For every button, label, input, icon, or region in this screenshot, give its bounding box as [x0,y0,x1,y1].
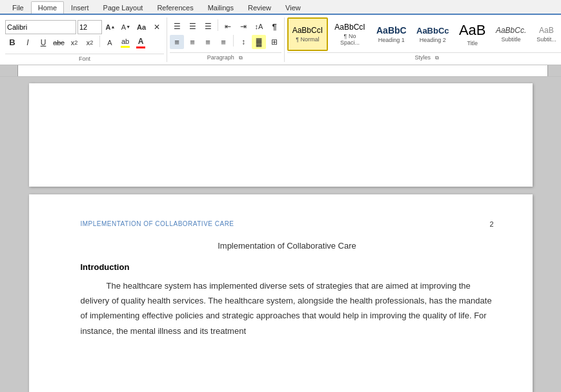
clear-format-btn[interactable]: ✕ [150,20,164,34]
highlight-btn[interactable]: ab [118,36,132,50]
tab-review[interactable]: Review [241,1,278,14]
borders-btn[interactable]: ⊞ [267,35,281,49]
style-subtit2-btn[interactable]: AaB Subtit... [532,17,561,51]
style-subtit2-label: Subtit... [536,36,556,43]
page-header-title: IMPLEMENTATION OF COLLABORATIVE CARE [81,220,234,227]
style-normal-preview: AaBbCcI [292,26,323,35]
style-heading2-btn[interactable]: AaBbCc Heading 2 [412,17,453,51]
align-right-btn[interactable]: ≡ [201,35,215,49]
ruler-content[interactable]: 1 2 3 4 5 6 7 8 [18,65,548,77]
tab-home[interactable]: Home [31,1,64,14]
change-case-btn[interactable]: Aa [134,20,148,34]
bold-btn[interactable]: B [5,36,19,50]
tab-insert[interactable]: Insert [64,1,96,14]
justify-btn[interactable]: ≡ [216,35,230,49]
para-row1: ☰ ☰ ☰ ⇤ ⇥ ↕A ¶ [170,19,281,34]
multilevel-btn[interactable]: ☰ [201,19,215,34]
paragraph-controls: ☰ ☰ ☰ ⇤ ⇥ ↕A ¶ ≡ ≡ ≡ ≡ ↕ ▓ ⊞ [170,17,281,51]
line-spacing-btn[interactable]: ↕ [236,35,250,49]
page-2-content: IMPLEMENTATION OF COLLABORATIVE CARE 2 I… [29,194,533,393]
style-normal-label: ¶ Normal [296,36,319,43]
align-center-btn[interactable]: ≡ [185,35,199,49]
tab-mailings[interactable]: Mailings [201,1,241,14]
font-format-row: B I U abc x2 x2 A ab [5,36,164,50]
font-name-input[interactable]: Calibri [5,20,76,34]
style-no-spacing-btn[interactable]: AaBbCcI ¶ No Spaci... [329,17,371,51]
font-section: Calibri 12 A▲ A▼ Aa ✕ B I U abc x2 x2 A [3,17,167,62]
increase-indent-btn[interactable]: ⇥ [236,19,250,34]
style-no-spacing-label: ¶ No Spaci... [334,33,367,46]
tab-references[interactable]: References [150,1,200,14]
tab-page-layout[interactable]: Page Layout [96,1,150,14]
tab-view[interactable]: View [278,1,308,14]
decrease-font-btn[interactable]: A▼ [119,20,133,34]
document-center-title: Implementation of Collaborative Care [81,241,494,251]
style-subtit2-preview: AaB [539,26,554,35]
italic-btn[interactable]: I [21,36,35,50]
ruler-left-margin [0,65,18,76]
sort-btn[interactable]: ↕A [252,19,266,34]
show-para-btn[interactable]: ¶ [267,19,281,34]
ruler: 1 2 3 4 5 6 7 8 [0,65,561,77]
style-subtitle-btn[interactable]: AaBbCc. Subtitle [491,17,531,51]
superscript-btn[interactable]: x2 [83,36,97,50]
styles-section: AaBbCcI ¶ Normal AaBbCcI ¶ No Spaci... A… [285,17,561,62]
tab-file[interactable]: File [5,1,31,14]
style-title-label: Title [467,40,478,46]
style-heading2-preview: AaBbCc [416,26,449,36]
ribbon-tabs: File Home Insert Page Layout References … [0,0,561,14]
underline-btn[interactable]: U [36,36,50,50]
style-no-spacing-preview: AaBbCcI [334,23,365,32]
font-combo-group: Calibri 12 A▲ A▼ Aa ✕ [5,20,164,34]
styles-section-label: Styles ⧉ [287,52,561,62]
font-controls: Calibri 12 A▲ A▼ Aa ✕ B I U abc x2 x2 A [5,17,164,52]
style-normal-btn[interactable]: AaBbCcI ¶ Normal [287,17,328,51]
page-header: IMPLEMENTATION OF COLLABORATIVE CARE 2 [81,220,494,228]
decrease-indent-btn[interactable]: ⇤ [221,19,235,34]
shading-btn[interactable]: ▓ [252,35,266,49]
highlight-btn-group[interactable]: ab [118,36,132,50]
style-title-btn[interactable]: AaB Title [454,17,490,51]
style-heading1-label: Heading 1 [378,37,405,43]
style-heading2-label: Heading 2 [420,37,446,43]
style-subtitle-preview: AaBbCc. [496,26,526,35]
increase-font-btn[interactable]: A▲ [103,20,117,34]
style-heading1-btn[interactable]: AaBbC Heading 1 [372,17,411,51]
page-number: 2 [489,220,493,228]
font-color-btn[interactable]: A [134,36,148,50]
style-subtitle-label: Subtitle [502,36,521,43]
style-heading1-preview: AaBbC [376,25,407,36]
ribbon-body: Calibri 12 A▲ A▼ Aa ✕ B I U abc x2 x2 A [0,14,561,65]
strikethrough-btn[interactable]: abc [52,36,66,50]
para-row2: ≡ ≡ ≡ ≡ ↕ ▓ ⊞ [170,35,281,49]
document-intro-heading: Introduction [81,262,494,272]
ruler-right-margin [548,65,561,76]
page-2: IMPLEMENTATION OF COLLABORATIVE CARE 2 I… [29,194,533,393]
style-title-preview: AaB [459,22,486,39]
font-section-label: Font [5,54,164,62]
paragraph-expand-btn[interactable]: ⧉ [237,55,244,62]
paragraph-section: ☰ ☰ ☰ ⇤ ⇥ ↕A ¶ ≡ ≡ ≡ ≡ ↕ ▓ ⊞ [167,17,285,62]
paragraph-section-label: Paragraph ⧉ [170,52,281,62]
bullets-btn[interactable]: ☰ [170,19,184,34]
styles-expand-btn[interactable]: ⧉ [433,55,440,62]
document-area: IMPLEMENTATION OF COLLABORATIVE CARE 2 I… [0,77,561,393]
styles-controls: AaBbCcI ¶ Normal AaBbCcI ¶ No Spaci... A… [287,17,561,51]
document-intro-paragraph: The healthcare system has implemented di… [81,278,494,339]
page-1 [29,83,533,187]
numbering-btn[interactable]: ☰ [185,19,199,34]
subscript-btn[interactable]: x2 [67,36,81,50]
align-left-btn[interactable]: ≡ [170,35,184,49]
text-effects-btn[interactable]: A [103,36,117,50]
font-color-btn-group[interactable]: A [134,36,148,50]
font-size-input[interactable]: 12 [77,20,102,34]
